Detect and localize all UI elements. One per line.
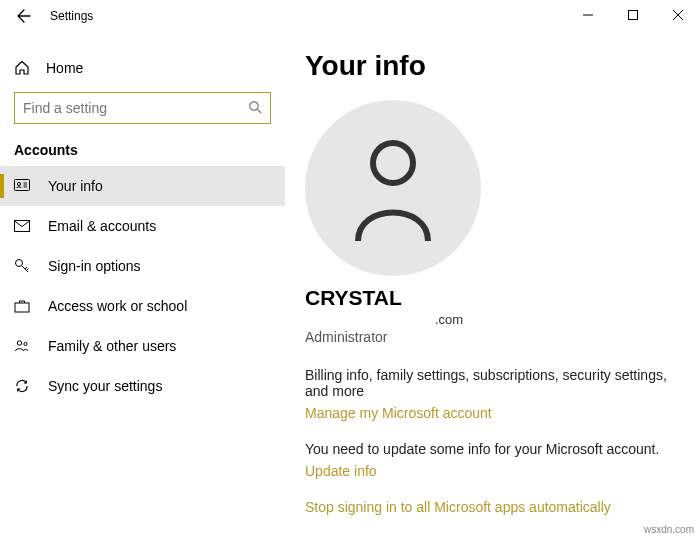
billing-description: Billing info, family settings, subscript… [305,367,680,399]
svg-point-8 [24,342,27,345]
minimize-button[interactable] [565,0,610,30]
section-header: Accounts [0,124,285,166]
search-box[interactable] [14,92,271,124]
maximize-button[interactable] [610,0,655,30]
mail-icon [14,218,30,234]
svg-rect-6 [15,303,29,312]
home-button[interactable]: Home [0,50,285,86]
sidebar-item-label: Sign-in options [48,258,141,274]
sidebar-item-your-info[interactable]: Your info [0,166,285,206]
sidebar-item-access-work-school[interactable]: Access work or school [0,286,285,326]
close-icon [673,10,683,20]
briefcase-icon [14,298,30,314]
sync-icon [14,378,30,394]
watermark: wsxdn.com [644,524,694,535]
maximize-icon [628,10,638,20]
sidebar-item-label: Family & other users [48,338,176,354]
titlebar: Settings [0,0,700,32]
user-name: CRYSTAL [305,286,680,310]
search-icon [248,100,262,117]
sidebar-item-signin-options[interactable]: Sign-in options [0,246,285,286]
window-controls [565,0,700,30]
avatar[interactable] [305,100,481,276]
stop-signing-link[interactable]: Stop signing in to all Microsoft apps au… [305,499,680,515]
sidebar-item-sync-settings[interactable]: Sync your settings [0,366,285,406]
svg-point-3 [17,182,20,185]
sidebar-item-label: Your info [48,178,103,194]
back-button[interactable] [10,2,38,30]
sidebar-item-label: Email & accounts [48,218,156,234]
sidebar: Home Accounts Your info Email & accounts [0,32,285,537]
search-input[interactable] [23,100,248,116]
user-role: Administrator [305,329,680,345]
key-icon [14,258,30,274]
sidebar-item-email-accounts[interactable]: Email & accounts [0,206,285,246]
svg-point-9 [373,143,413,183]
close-button[interactable] [655,0,700,30]
person-icon [348,133,438,243]
svg-point-1 [250,101,258,109]
page-title: Your info [305,50,680,82]
svg-rect-0 [628,11,637,20]
svg-rect-2 [15,180,30,191]
app-title: Settings [50,9,93,23]
content-pane: Your info CRYSTAL .com Administrator Bil… [285,32,700,537]
update-description: You need to update some info for your Mi… [305,441,680,457]
user-email: .com [435,312,680,327]
home-icon [14,60,30,76]
person-card-icon [14,178,30,194]
sidebar-item-label: Access work or school [48,298,187,314]
svg-point-5 [16,260,23,267]
manage-account-link[interactable]: Manage my Microsoft account [305,405,680,421]
svg-point-7 [17,341,21,345]
arrow-left-icon [16,8,32,24]
sidebar-item-family-users[interactable]: Family & other users [0,326,285,366]
people-icon [14,338,30,354]
update-info-link[interactable]: Update info [305,463,680,479]
home-label: Home [46,60,83,76]
sidebar-item-label: Sync your settings [48,378,162,394]
minimize-icon [583,10,593,20]
